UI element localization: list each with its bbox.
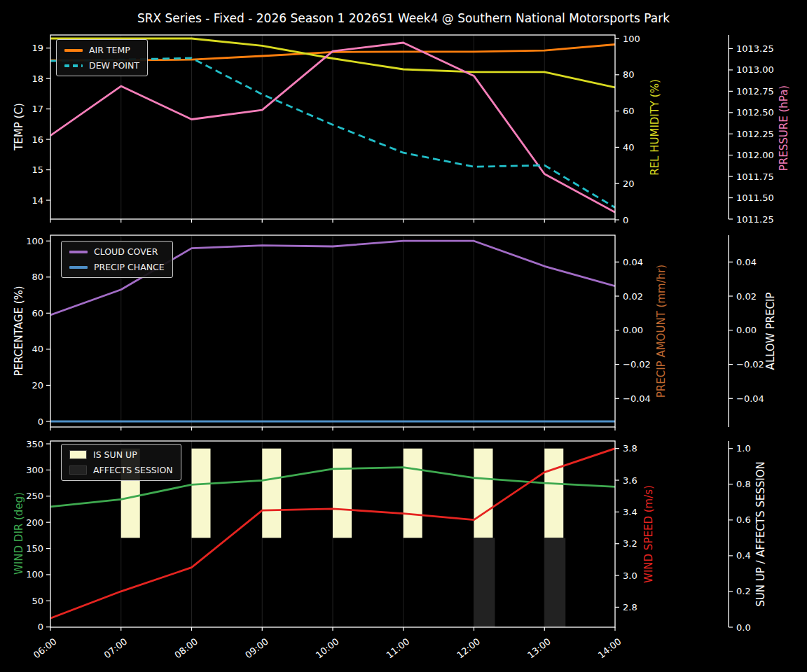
- offset-right-tick-label: 0.0: [736, 622, 751, 633]
- offset-right-tick-label: 0.2: [736, 586, 751, 596]
- right-tick-label: −0.04: [623, 393, 651, 404]
- left-tick-label: 40: [32, 344, 43, 354]
- bar: [262, 449, 281, 538]
- left-tick-label: 19: [32, 43, 43, 53]
- axis-label-wind-speed: WIND SPEED (m/s): [642, 436, 656, 632]
- axis-label-wind-dir: WIND DIR (deg): [12, 435, 26, 631]
- offset-right-tick-label: 1.0: [736, 443, 751, 454]
- bar: [544, 449, 563, 538]
- left-tick-label: 0: [38, 416, 43, 427]
- legend-item-is-sun-up: IS SUN UP: [69, 449, 173, 460]
- offset-right-tick-label: 1011.25: [736, 214, 774, 225]
- legend-item-affects-session: AFFECTS SESSION: [69, 465, 173, 475]
- offset-right-tick-label: 1011.75: [736, 172, 774, 182]
- axis-label-sun-up-affects-session: SUN UP / AFFECTS SESSION: [754, 436, 768, 632]
- left-tick-label: 60: [32, 308, 43, 318]
- right-tick-label: 100: [623, 34, 640, 44]
- legend-item-cloud-cover: CLOUD COVER: [69, 246, 165, 257]
- left-tick-label: 0: [38, 622, 43, 632]
- offset-right-tick-label: −0.04: [736, 393, 764, 404]
- offset-right-tick-label: 1012.50: [736, 107, 774, 118]
- axis-label-pressure: PRESSURE (hPa): [777, 30, 791, 226]
- left-tick-label: 15: [32, 164, 43, 175]
- left-tick-label: 17: [32, 104, 43, 114]
- legend-item-precip-chance: PRECIP CHANCE: [69, 262, 165, 272]
- legend-label: IS SUN UP: [93, 449, 137, 460]
- axis-label-percentage: PERCENTAGE (%): [12, 233, 26, 429]
- gridlines: [121, 235, 545, 427]
- left-tick-label: 200: [26, 517, 43, 528]
- offset-right-tick-label: 0.8: [736, 479, 751, 489]
- left-tick-label: 18: [32, 74, 43, 84]
- x-tick-label: 11:00: [385, 636, 412, 661]
- legend-temperature: AIR TEMP DEW POINT: [56, 39, 148, 76]
- x-tick-label: 07:00: [102, 636, 130, 661]
- gridlines: [121, 35, 545, 219]
- offset-right-tick-label: 1012.75: [736, 86, 774, 97]
- left-tick-label: 20: [32, 380, 43, 391]
- bar: [404, 449, 422, 538]
- left-tick-label: 300: [26, 465, 43, 475]
- left-tick-label: 16: [32, 134, 43, 145]
- bar: [333, 449, 352, 538]
- legend-item-air-temp: AIR TEMP: [64, 45, 139, 55]
- left-tick-label: 100: [26, 569, 43, 580]
- legend-label: PRECIP CHANCE: [94, 262, 165, 272]
- x-tick-labels: 06:0007:0008:0009:0010:0011:0012:0013:00…: [32, 636, 623, 661]
- left-tick-label: 80: [32, 272, 43, 282]
- axis-label-temp: TEMP (C): [12, 29, 26, 225]
- dew-point-line-swatch: [64, 64, 83, 67]
- bar: [474, 449, 493, 538]
- offset-right-tick-label: 0.00: [736, 325, 757, 335]
- forecast-plots-canvas: 1918171615141008060402001013.251013.0010…: [0, 0, 807, 672]
- right-tick-label: 80: [623, 69, 635, 80]
- right-tick-label: 3.8: [623, 443, 637, 454]
- right-tick-label: 40: [623, 142, 635, 153]
- x-tick-label: 12:00: [455, 636, 482, 661]
- offset-right-tick-label: 0.02: [736, 291, 757, 302]
- x-tick-label: 08:00: [172, 636, 200, 661]
- right-tick-label: 0.04: [623, 257, 643, 267]
- left-tick-label: 250: [26, 491, 43, 501]
- right-tick-label: 3.0: [623, 570, 637, 581]
- offset-right-tick-label: 1013.00: [736, 64, 774, 75]
- axis-label-precip-amount: PRECIP AMOUNT (mm/hr): [654, 233, 668, 429]
- legend-label: AFFECTS SESSION: [93, 465, 173, 475]
- right-tick-label: 0.02: [623, 291, 643, 302]
- right-tick-label: 60: [623, 106, 635, 116]
- left-tick-label: 150: [26, 543, 43, 554]
- bar: [544, 538, 565, 627]
- affects-session-bar-swatch: [69, 465, 87, 475]
- legend-sun-session: IS SUN UP AFFECTS SESSION: [61, 444, 181, 481]
- offset-right-tick-label: 1013.25: [736, 43, 774, 54]
- sun-up-bar-swatch: [69, 450, 87, 459]
- x-tick-label: 10:00: [314, 636, 341, 661]
- legend-label: AIR TEMP: [89, 45, 130, 55]
- affects-session-bars: [474, 538, 566, 627]
- x-tick-label: 13:00: [525, 636, 553, 661]
- right-tick-label: −0.02: [623, 359, 651, 370]
- right-tick-label: 2.8: [623, 602, 637, 612]
- right-tick-label: 3.6: [623, 475, 637, 486]
- left-tick-label: 100: [26, 236, 43, 246]
- x-tick-label: 09:00: [243, 636, 270, 661]
- offset-right-tick-label: 0.04: [736, 257, 757, 267]
- right-tick-label: 3.4: [623, 507, 637, 517]
- legend-item-dew-point: DEW POINT: [64, 60, 139, 71]
- offset-right-tick-label: 1011.50: [736, 192, 774, 203]
- axis-label-allow-precip: ALLOW PRECIP: [764, 233, 778, 429]
- cloud-cover-line-swatch: [69, 251, 88, 253]
- offset-right-tick-label: 1012.00: [736, 150, 774, 160]
- offset-right-tick-label: 0.4: [736, 550, 751, 561]
- bar: [474, 538, 495, 627]
- legend-label: DEW POINT: [89, 60, 139, 71]
- left-tick-label: 350: [26, 439, 43, 449]
- is-sun-up-bars: [121, 449, 564, 538]
- offset-right-tick-label: 1012.25: [736, 129, 774, 139]
- left-tick-label: 50: [32, 596, 43, 606]
- left-tick-label: 14: [32, 195, 43, 206]
- offset-right-tick-label: 0.6: [736, 514, 751, 525]
- legend-cloud-precip: CLOUD COVER PRECIP CHANCE: [61, 241, 173, 278]
- right-tick-label: 0.00: [623, 325, 643, 335]
- precip-chance-line-swatch: [69, 266, 88, 269]
